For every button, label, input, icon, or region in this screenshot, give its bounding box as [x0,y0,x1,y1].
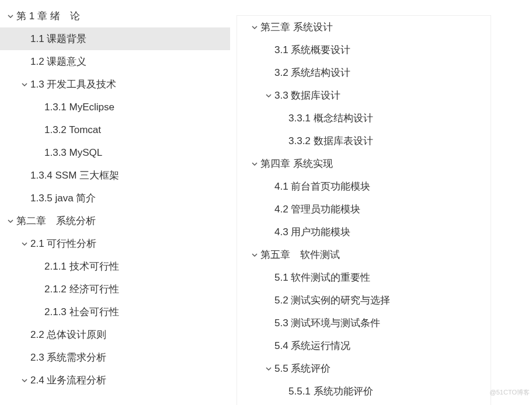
outline-item-label: 5.1 软件测试的重要性 [274,271,370,284]
outline-item-label: 1.3.1 MyEclipse [44,102,114,113]
outline-item-label: 3.3.1 概念结构设计 [288,111,373,125]
chevron-down-icon[interactable] [249,25,260,30]
outline-item[interactable]: 2.2 总体设计原则 [0,323,230,346]
outline-item[interactable]: 2.1.2 经济可行性 [0,278,230,301]
outline-item[interactable]: 3.2 系统结构设计 [237,61,491,84]
outline-item[interactable]: 2.4 业务流程分析 [0,369,230,392]
outline-item[interactable]: 1.3 开发工具及技术 [0,73,230,96]
outline-item-label: 第三章 系统设计 [260,20,333,34]
outline-item[interactable]: 第三章 系统设计 [237,16,491,39]
outline-item-label: 5.5.1 系统功能评价 [288,385,373,398]
outline-item[interactable]: 2.1.1 技术可行性 [0,255,230,278]
chevron-down-icon[interactable] [5,13,16,19]
outline-item[interactable]: 3.3 数据库设计 [237,84,491,107]
outline-item-label: 第二章 系统分析 [16,214,96,228]
outline-item-label: 2.1.1 技术可行性 [44,260,119,273]
outline-item[interactable]: 1.2 课题意义 [0,50,230,73]
outline-item[interactable]: 5.4 系统运行情况 [237,334,491,357]
outline-item[interactable]: 3.3.1 概念结构设计 [237,107,491,130]
outline-item[interactable]: 5.2 测试实例的研究与选择 [237,289,491,312]
outline-item[interactable]: 4.2 管理员功能模块 [237,198,491,221]
outline-item-label: 4.3 用户功能模块 [274,225,350,239]
outline-item[interactable]: 1.1 课题背景 [0,27,230,50]
outline-item-label: 5.5 系统评价 [274,362,331,375]
outline-item-label: 3.3.2 数据库表设计 [288,134,373,148]
outline-item[interactable]: 3.1 系统概要设计 [237,39,491,61]
outline-item[interactable]: 2.3 系统需求分析 [0,346,230,369]
outline-item-label: 5.4 系统运行情况 [274,339,350,352]
outline-item[interactable]: 2.1 可行性分析 [0,232,230,255]
outline-item[interactable]: 第 1 章 绪 论 [0,5,230,27]
outline-item-label: 2.1.2 经济可行性 [44,282,119,296]
outline-item[interactable]: 第二章 系统分析 [0,210,230,232]
chevron-down-icon[interactable] [19,378,30,383]
outline-item[interactable]: 4.3 用户功能模块 [237,221,491,243]
outline-item[interactable]: 2.1.3 社会可行性 [0,301,230,323]
outline-item-label: 1.3.4 SSM 三大框架 [30,169,119,182]
outline-item[interactable]: 3.3.2 数据库表设计 [237,130,491,152]
chevron-down-icon[interactable] [263,366,274,372]
outline-item[interactable]: 5.5 系统评价 [237,357,491,380]
outline-right-pane: 第三章 系统设计3.1 系统概要设计3.2 系统结构设计3.3 数据库设计3.3… [231,0,532,405]
outline-item[interactable]: 1.3.3 MySQL [0,141,230,164]
chevron-down-icon[interactable] [5,218,16,224]
outline-item-label: 1.2 课题意义 [30,55,86,68]
outline-item[interactable]: 1.3.5 java 简介 [0,187,230,210]
outline-item-label: 3.1 系统概要设计 [274,43,350,57]
outline-left-pane: 第 1 章 绪 论1.1 课题背景1.2 课题意义1.3 开发工具及技术1.3.… [0,0,231,405]
outline-item-label: 1.3 开发工具及技术 [30,78,116,91]
outline-item[interactable]: 5.3 测试环境与测试条件 [237,312,491,334]
outline-item-label: 2.1.3 社会可行性 [44,305,119,319]
outline-item-label: 第四章 系统实现 [260,157,333,170]
outline-item-label: 第五章 软件测试 [260,248,340,261]
outline-item-label: 4.1 前台首页功能模块 [274,180,370,193]
chevron-down-icon[interactable] [263,93,274,99]
outline-item-label: 2.4 业务流程分析 [30,373,106,387]
chevron-down-icon[interactable] [249,161,260,167]
outline-item[interactable]: 第五章 软件测试 [237,243,491,266]
outline-item-label: 2.2 总体设计原则 [30,328,106,341]
outline-item-label: 1.3.3 MySQL [44,147,102,159]
chevron-down-icon[interactable] [19,82,30,88]
outline-item-label: 1.3.2 Tomcat [44,124,101,136]
outline-item[interactable]: 5.5.2 系统技术评价 [237,403,491,405]
outline-item-label: 2.1 可行性分析 [30,237,96,250]
outline-item-label: 1.3.5 java 简介 [30,191,96,205]
outline-item-label: 5.2 测试实例的研究与选择 [274,294,390,307]
outline-item[interactable]: 1.3.4 SSM 三大框架 [0,164,230,187]
outline-item-label: 3.2 系统结构设计 [274,66,350,79]
outline-item-label: 1.1 课题背景 [30,32,86,46]
chevron-down-icon[interactable] [249,252,260,258]
outline-item-label: 第 1 章 绪 论 [16,9,80,23]
outline-item-label: 3.3 数据库设计 [274,89,340,102]
outline-item[interactable]: 5.1 软件测试的重要性 [237,266,491,289]
outline-item[interactable]: 4.1 前台首页功能模块 [237,175,491,198]
outline-item-label: 2.3 系统需求分析 [30,351,106,364]
outline-item[interactable]: 第四章 系统实现 [237,152,491,175]
chevron-down-icon[interactable] [19,241,30,247]
outline-item-label: 5.3 测试环境与测试条件 [274,316,380,330]
outline-item[interactable]: 1.3.2 Tomcat [0,118,230,141]
outline-item[interactable]: 5.5.1 系统功能评价 [237,380,491,403]
watermark: @51CTO博客 [490,388,530,397]
outline-item[interactable]: 1.3.1 MyEclipse [0,96,230,118]
outline-item-label: 4.2 管理员功能模块 [274,202,360,216]
